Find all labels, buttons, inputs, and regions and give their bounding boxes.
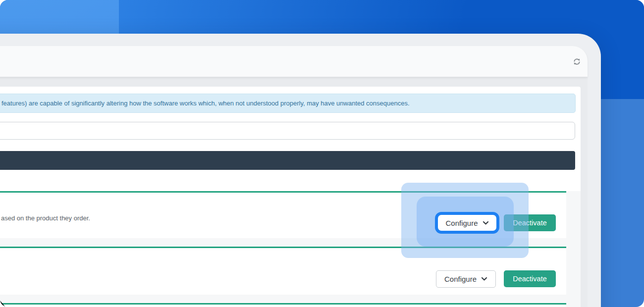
configure-button-label: Configure: [444, 275, 477, 283]
search-input[interactable]: [0, 122, 575, 140]
feature-row: [0, 303, 566, 307]
deactivate-button[interactable]: Deactivate: [504, 214, 556, 231]
feature-description: ased on the product they order.: [1, 214, 90, 222]
refresh-button[interactable]: [568, 54, 586, 68]
configure-dropdown-button-highlighted[interactable]: Configure: [438, 215, 496, 231]
deactivate-button-label: Deactivate: [513, 219, 547, 227]
app-header-bar: [0, 46, 588, 77]
chevron-down-icon: [481, 277, 487, 281]
info-alert-text: features) are capable of significantly a…: [1, 100, 410, 107]
chevron-down-icon: [483, 221, 489, 225]
refresh-icon: [573, 57, 581, 66]
configure-dropdown-button[interactable]: Configure: [436, 270, 496, 288]
configure-button-label: Configure: [445, 219, 478, 227]
info-alert: features) are capable of significantly a…: [0, 94, 576, 113]
deactivate-button[interactable]: Deactivate: [504, 270, 556, 287]
deactivate-button-label: Deactivate: [513, 275, 547, 283]
table-header-bar: [0, 151, 575, 170]
screenshot-root: features) are capable of significantly a…: [0, 0, 644, 307]
